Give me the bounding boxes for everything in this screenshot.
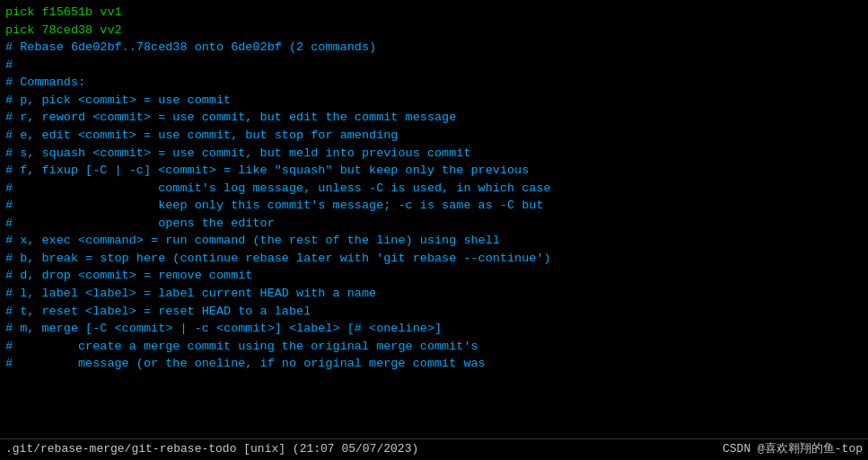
terminal-line: # p, pick <commit> = use commit xyxy=(5,92,863,110)
terminal-line: # x, exec <command> = run command (the r… xyxy=(5,232,863,250)
terminal-line: # commit's log message, unless -C is use… xyxy=(5,180,863,198)
terminal-line: # l, label <label> = label current HEAD … xyxy=(5,285,863,303)
terminal-line: # m, merge [-C <commit> | -c <commit>] <… xyxy=(5,320,863,338)
terminal-line: # b, break = stop here (continue rebase … xyxy=(5,250,863,268)
terminal-line: # s, squash <commit> = use commit, but m… xyxy=(5,145,863,163)
terminal-line: # opens the editor xyxy=(5,215,863,233)
terminal-line: # message (or the oneline, if no origina… xyxy=(5,355,863,373)
terminal-content: pick f15651b vv1pick 78ced38 vv2# Rebase… xyxy=(0,0,868,438)
terminal-line: # d, drop <commit> = remove commit xyxy=(5,267,863,285)
terminal-line: # keep only this commit's message; -c is… xyxy=(5,197,863,215)
terminal-line: pick f15651b vv1 xyxy=(5,4,863,22)
terminal: pick f15651b vv1pick 78ced38 vv2# Rebase… xyxy=(0,0,868,460)
terminal-line: # Commands: xyxy=(5,74,863,92)
terminal-line: # r, reword <commit> = use commit, but e… xyxy=(5,109,863,127)
terminal-line: # xyxy=(5,57,863,75)
terminal-line: # f, fixup [-C | -c] <commit> = like "sq… xyxy=(5,162,863,180)
terminal-line: # t, reset <label> = reset HEAD to a lab… xyxy=(5,303,863,321)
terminal-line: pick 78ced38 vv2 xyxy=(5,22,863,40)
status-right: CSDN @喜欢翱翔的鱼-top xyxy=(723,441,863,458)
terminal-line: # create a merge commit using the origin… xyxy=(5,338,863,356)
status-bar: .git/rebase-merge/git-rebase-todo [unix]… xyxy=(0,438,868,460)
terminal-line: # Rebase 6de02bf..78ced38 onto 6de02bf (… xyxy=(5,39,863,57)
terminal-line: # e, edit <commit> = use commit, but sto… xyxy=(5,127,863,145)
status-left: .git/rebase-merge/git-rebase-todo [unix]… xyxy=(5,441,418,458)
